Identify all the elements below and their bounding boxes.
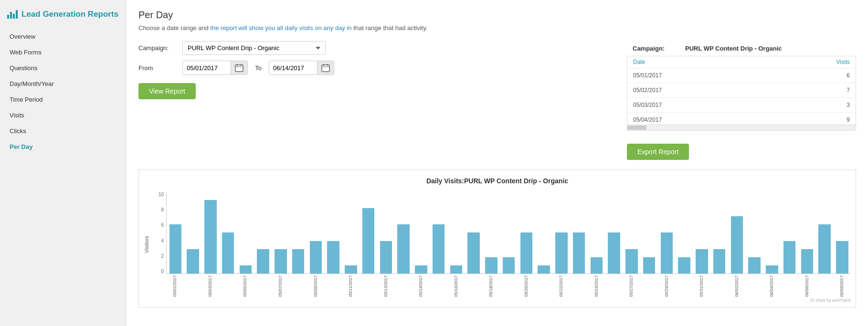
table-row: 05/04/20179 bbox=[627, 113, 856, 126]
bar4 bbox=[16, 10, 18, 19]
x-label-col bbox=[254, 274, 272, 297]
bar-col bbox=[202, 192, 220, 273]
x-label-col: 06/04/2017 bbox=[763, 274, 781, 297]
bar-col bbox=[289, 192, 307, 273]
bar bbox=[608, 232, 620, 273]
sidebar-item-questions[interactable]: Questions bbox=[0, 60, 126, 76]
x-label-col: 05/31/2017 bbox=[693, 274, 710, 297]
bar-col bbox=[430, 192, 447, 273]
bar bbox=[222, 232, 234, 273]
bar bbox=[345, 265, 357, 273]
bar bbox=[275, 249, 287, 273]
x-label: 05/01/2017 bbox=[172, 275, 177, 297]
sidebar-item-clicks[interactable]: Clicks bbox=[0, 123, 126, 139]
bar bbox=[661, 232, 673, 273]
bar-col bbox=[307, 192, 325, 273]
bar2 bbox=[10, 12, 12, 19]
x-label: 05/18/2017 bbox=[488, 275, 493, 297]
x-label-col: 05/11/2017 bbox=[342, 274, 360, 297]
cell-visits: 3 bbox=[768, 98, 856, 113]
x-label: 05/16/2017 bbox=[454, 275, 458, 297]
x-label: 05/20/2017 bbox=[524, 275, 529, 297]
x-label-col bbox=[324, 274, 342, 297]
bar-col bbox=[763, 192, 781, 273]
bar bbox=[292, 249, 305, 273]
sidebar-item-visits[interactable]: Visits bbox=[0, 107, 126, 123]
x-label: 06/09/2017 bbox=[839, 275, 844, 297]
campaign-select[interactable]: PURL WP Content Drip - Organic bbox=[182, 41, 326, 55]
export-report-button[interactable]: Export Report bbox=[627, 144, 689, 160]
table-row: 05/02/20177 bbox=[627, 83, 856, 98]
from-label: From bbox=[138, 64, 177, 72]
from-date-input[interactable] bbox=[183, 62, 231, 74]
x-label-col: 05/14/2017 bbox=[412, 274, 430, 297]
calendar-icon-from bbox=[235, 63, 243, 72]
horizontal-scrollbar[interactable] bbox=[627, 125, 856, 131]
view-report-button[interactable]: View Report bbox=[138, 83, 196, 99]
x-label: 06/06/2017 bbox=[804, 275, 809, 297]
x-label-col bbox=[184, 274, 201, 297]
y-tick: 0 bbox=[161, 269, 164, 274]
x-label-col: 05/18/2017 bbox=[482, 274, 500, 297]
to-label: To bbox=[254, 64, 263, 72]
bar bbox=[327, 241, 339, 273]
to-calendar-button[interactable] bbox=[317, 61, 334, 74]
bar bbox=[713, 249, 726, 273]
bar-col bbox=[219, 192, 237, 273]
y-tick: 4 bbox=[161, 238, 164, 243]
x-label: 05/07/2017 bbox=[278, 275, 283, 297]
x-label-col: 05/03/2017 bbox=[201, 274, 219, 297]
bar bbox=[731, 216, 743, 273]
bar bbox=[503, 257, 515, 273]
cell-date: 05/02/2017 bbox=[627, 83, 768, 98]
svg-rect-6 bbox=[327, 64, 328, 66]
y-tick: 2 bbox=[161, 253, 164, 259]
x-label-col: 05/27/2017 bbox=[623, 274, 640, 297]
report-campaign-label: Campaign: bbox=[633, 45, 685, 52]
logo-icon bbox=[7, 10, 18, 19]
bar-col bbox=[553, 192, 571, 273]
bar bbox=[169, 224, 182, 273]
x-label-col: 06/02/2017 bbox=[728, 274, 746, 297]
x-label: 06/04/2017 bbox=[769, 275, 774, 297]
sidebar-item-time-period[interactable]: Time Period bbox=[0, 92, 126, 107]
to-date-input[interactable] bbox=[269, 62, 317, 74]
campaign-label: Campaign: bbox=[138, 44, 177, 52]
svg-rect-1 bbox=[237, 64, 238, 66]
bar-col bbox=[570, 192, 588, 273]
bar-col bbox=[342, 192, 360, 273]
sidebar-item-per-day[interactable]: Per Day bbox=[0, 139, 126, 155]
amcharts-credit: JS chart by amCharts bbox=[144, 298, 851, 303]
from-calendar-button[interactable] bbox=[231, 61, 247, 74]
sidebar-item-day-month-year[interactable]: Day/Month/Year bbox=[0, 76, 126, 92]
app-title: Lead Generation Reports bbox=[21, 10, 118, 19]
chart-inner: 1086420 05/01/201705/03/201705/05/201705… bbox=[152, 192, 851, 297]
x-label-col: 05/24/2017 bbox=[587, 274, 605, 297]
sidebar-item-web-forms[interactable]: Web Forms bbox=[0, 44, 126, 60]
x-label: 05/24/2017 bbox=[594, 275, 599, 297]
x-label-col bbox=[605, 274, 623, 297]
x-label-col: 05/29/2017 bbox=[657, 274, 675, 297]
campaign-row: Campaign: PURL WP Content Drip - Organic bbox=[138, 41, 617, 55]
x-label-col bbox=[289, 274, 307, 297]
sidebar-item-overview[interactable]: Overview bbox=[0, 29, 126, 44]
x-label-col bbox=[675, 274, 693, 297]
bar bbox=[380, 241, 392, 273]
report-table-scroll[interactable]: Date Visits 05/01/2017605/02/2017705/03/… bbox=[627, 56, 856, 125]
bar bbox=[643, 257, 656, 273]
bar-col bbox=[184, 192, 202, 273]
x-label-col bbox=[359, 274, 377, 297]
bar-col bbox=[167, 192, 184, 273]
bar bbox=[818, 224, 831, 273]
to-date-wrapper bbox=[269, 61, 334, 75]
main-content: Per Day Choose a date range and the repo… bbox=[127, 0, 868, 326]
y-tick: 6 bbox=[161, 222, 164, 228]
bar-col bbox=[254, 192, 272, 273]
x-labels: 05/01/201705/03/201705/05/201705/07/2017… bbox=[166, 274, 851, 297]
report-campaign-value: PURL WP Content Drip - Organic bbox=[685, 45, 782, 52]
bar-col bbox=[483, 192, 500, 273]
x-label: 05/31/2017 bbox=[699, 275, 704, 297]
bar bbox=[415, 265, 427, 273]
x-label-col: 05/22/2017 bbox=[552, 274, 570, 297]
bars-and-axes: 1086420 bbox=[152, 192, 851, 274]
